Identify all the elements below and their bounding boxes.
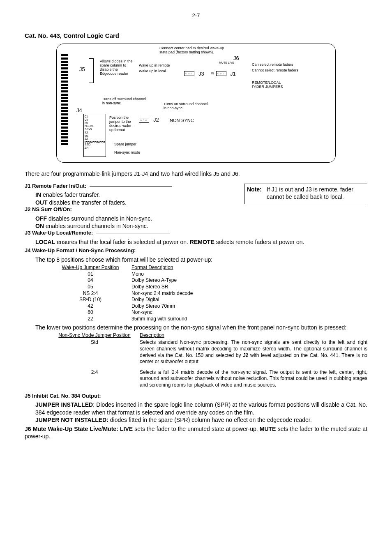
note-lead: Note:	[247, 186, 267, 200]
j4-item: 22	[85, 137, 105, 140]
j4-item: 05	[85, 122, 105, 125]
non-sync-mode-label: Non-sync mode	[114, 151, 140, 155]
j3-text: LOCAL ensures that the local fader is se…	[35, 238, 367, 246]
j6-live: LIVE	[120, 426, 133, 432]
j4-item: 01	[85, 115, 105, 118]
j1-label: J1	[230, 71, 236, 77]
j4-p: 05	[49, 284, 131, 290]
j4-head4: Description	[140, 332, 367, 339]
j4-label: J4 Wake-Up Format / Non-Sync Processing:	[25, 247, 136, 253]
j4-p2: 2:4	[49, 369, 140, 389]
j4-lower: The lower two positions determine the pr…	[35, 324, 367, 331]
j2-on: ON enables surround channels in Non-sync…	[35, 222, 367, 230]
remote-local-label: REMOTE/LOCAL FADER JUMPERS	[252, 81, 293, 89]
j4-label: J4	[76, 108, 82, 113]
j4-d: Mono	[131, 271, 367, 278]
j4-d: Non-sync	[131, 309, 367, 316]
position-jumper-label: Position the jumper to the desired wake-…	[109, 116, 134, 132]
note-box: Note: If J1 is out and J3 is remote, fad…	[244, 184, 367, 204]
j3-pins: ○○○	[184, 71, 194, 76]
allows-diodes-label: Allows diodes in the spare column to dis…	[100, 60, 133, 76]
j4-item: NS 2:4	[85, 124, 105, 128]
can-select-label: Can select remote faders	[252, 63, 293, 67]
j4-d2: Selects standard Non-sync processing. Th…	[140, 339, 367, 365]
j4-d: Dolby Stereo A-Type	[131, 277, 367, 284]
edge-connector	[61, 54, 68, 146]
j4-intro: The top 8 positions choose which format …	[35, 256, 367, 263]
j2-pins: ○○○	[139, 118, 149, 123]
j4-p: 22	[49, 316, 131, 322]
j6-mute: MUTE	[260, 426, 276, 432]
j6-label: J6 Mute Wake-Up State Live/Mute:	[25, 426, 120, 432]
note-text: If J1 is out and J3 is remote, fader can…	[267, 186, 365, 200]
branch-line	[96, 233, 170, 233]
j4-table1: Wake-Up Jumper Position Format Descripti…	[49, 265, 367, 322]
j6-live-text: sets the fader to the unmuted state at p…	[133, 426, 260, 432]
page-number: 2-7	[25, 12, 367, 19]
j3-label: J3 Wake-Up Local/Remote:	[25, 230, 93, 236]
j4-head1: Wake-Up Jumper Position	[49, 265, 131, 271]
turns-on-label: Turns on surround channel in non-sync	[164, 102, 209, 111]
j4-head2: Format Description	[131, 265, 367, 271]
j4-p: 01	[49, 271, 131, 278]
j4-item: STD	[85, 143, 105, 146]
intro-text: There are four programmable-link jumpers…	[25, 170, 367, 177]
j5-label: J5	[79, 67, 85, 72]
control-logic-diagram: Connect center pad to desired wake-up st…	[56, 44, 336, 163]
spare-jumper-label: Spare jumper	[114, 143, 136, 147]
j1-pins: ○○○	[216, 71, 226, 76]
connect-center-label: Connect center pad to desired wake-up st…	[159, 46, 229, 55]
j4-p: NS 2:4	[49, 290, 131, 297]
j4-d: Dolby Stereo 70mm	[131, 303, 367, 310]
wake-remote-label: Wake up in remote	[139, 64, 170, 68]
j5-installed: JUMPER INSTALLED: Diodes inserted in the…	[35, 401, 367, 416]
j1-label: J1 Remote Fader In/Out:	[25, 183, 86, 189]
branch-line	[90, 186, 172, 187]
diagram-container: Connect center pad to desired wake-up st…	[25, 44, 367, 163]
j4-table2: Non-Sync Mode Jumper Position Descriptio…	[49, 332, 367, 389]
cannot-select-label: Cannot select remote faders	[252, 69, 298, 73]
j6-label: J6	[233, 55, 239, 61]
j4-d: 35mm mag with surround	[131, 316, 367, 322]
j4-item: 42	[85, 131, 105, 134]
j2-off: OFF disables surround channels in Non-sy…	[35, 215, 367, 222]
j5-box	[89, 58, 94, 83]
j4-p2: Std	[49, 339, 140, 365]
turns-off-label: Turns off surround channel in non-sync	[102, 97, 147, 106]
j3-label: J3	[198, 71, 204, 77]
j4-p: 42	[49, 303, 131, 310]
j4-d: Dolby Digital	[131, 297, 367, 303]
j4-d: Dolby Stereo SR	[131, 284, 367, 290]
j5-not-installed: JUMPER NOT INSTALLED: diodes fitted in t…	[35, 416, 367, 424]
j2-label: J2 NS Surr Off/On:	[25, 206, 72, 212]
in-label: IN	[211, 72, 214, 76]
j4-d2: Selects a full 2:4 matrix decode of the …	[140, 369, 367, 389]
j4-item: SR•D	[85, 128, 105, 131]
section-title: Cat. No. 443, Control Logic Card	[25, 32, 367, 40]
j4-item: 60	[85, 134, 105, 138]
j4-p: SR•D (10)	[49, 297, 131, 303]
mute-live-label: MUTE LIVE	[219, 61, 234, 64]
j4-item: 2:4	[85, 146, 105, 150]
non-sync-label: NON-SYNC	[170, 118, 194, 123]
j4-p: 04	[49, 277, 131, 284]
j4-item: 04	[85, 118, 105, 122]
j4-box: 01 04 05 NS 2:4 SR•D 42 60 22 STD 2:4	[83, 114, 106, 157]
j5-label: J5 Inhibit Cat. No. 384 Output:	[25, 393, 101, 399]
j4-d: Non-sync 2:4 matrix decode	[131, 290, 367, 297]
j4-hatch	[85, 141, 105, 143]
wake-local-label: Wake up in local	[139, 69, 166, 74]
j4-head3: Non-Sync Mode Jumper Position	[49, 332, 140, 339]
j4-p: 60	[49, 309, 131, 316]
j2-label: J2	[153, 117, 159, 123]
